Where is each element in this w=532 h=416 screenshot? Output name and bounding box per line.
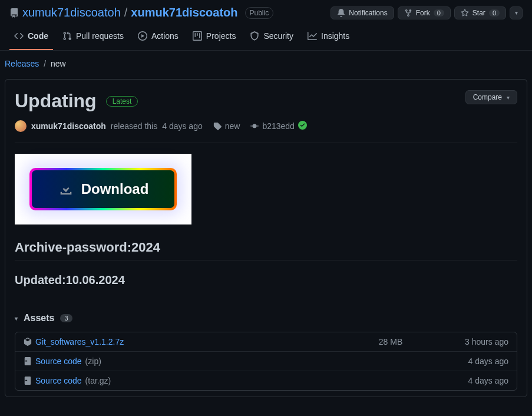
tab-security[interactable]: Security xyxy=(245,25,298,50)
release-header: Updating Latest Compare ▾ xyxy=(15,90,517,112)
star-icon xyxy=(461,9,469,17)
assets-list: Git_softwares_v1.1.2.7z 28 MB 3 hours ag… xyxy=(15,332,517,391)
asset-name: Git_softwares_v1.1.2.7z xyxy=(24,337,355,346)
tab-insights-label: Insights xyxy=(321,31,349,41)
zip-icon xyxy=(24,377,32,385)
asset-time: 4 days ago xyxy=(426,356,508,366)
zip-icon xyxy=(24,357,32,365)
notifications-button[interactable]: Notifications xyxy=(331,6,394,19)
tag-meta[interactable]: new xyxy=(213,121,240,131)
breadcrumb-separator: / xyxy=(44,59,46,68)
table-icon xyxy=(193,31,202,41)
commit-meta[interactable]: b213edd xyxy=(250,121,307,131)
updated-heading: Updated:10.06.2024 xyxy=(15,273,517,292)
breadcrumb-current: new xyxy=(51,59,66,68)
released-text: released this xyxy=(111,121,157,131)
code-icon xyxy=(14,31,24,41)
asset-link[interactable]: Source code xyxy=(35,376,82,385)
avatar[interactable] xyxy=(15,120,27,132)
latest-badge: Latest xyxy=(106,96,138,107)
tab-code-label: Code xyxy=(28,31,48,41)
assets-toggle[interactable]: ▾ Assets 3 xyxy=(15,313,517,323)
verified-icon xyxy=(298,121,307,131)
tab-pulls[interactable]: Pull requests xyxy=(58,25,128,50)
asset-row: Source code (tar.gz) 4 days ago xyxy=(15,371,517,390)
notifications-label: Notifications xyxy=(349,9,387,17)
repo-header: xumuk71discoatoh / xumuk71discoatoh Publ… xyxy=(0,0,532,25)
caret-down-icon: ▾ xyxy=(15,315,18,322)
breadcrumb-releases-link[interactable]: Releases xyxy=(5,59,39,68)
release-title: Updating xyxy=(15,90,97,112)
archive-password-heading: Archive-password:2024 xyxy=(15,240,517,260)
author-block: xumuk71discoatoh released this 4 days ag… xyxy=(15,120,203,132)
slash-divider: / xyxy=(124,6,128,19)
fork-label: Fork xyxy=(416,9,430,17)
asset-ext: (zip) xyxy=(85,356,101,366)
repo-name-link[interactable]: xumuk71discoatoh xyxy=(131,6,237,19)
tab-insights[interactable]: Insights xyxy=(303,25,354,50)
release-card: Updating Latest Compare ▾ xumuk71discoat… xyxy=(5,79,527,397)
asset-time: 3 hours ago xyxy=(426,337,508,346)
tab-projects[interactable]: Projects xyxy=(188,25,241,50)
star-count: 0 xyxy=(489,9,500,16)
fork-count: 0 xyxy=(434,9,444,16)
tag-icon xyxy=(213,122,222,130)
asset-size: 28 MB xyxy=(355,337,426,346)
tab-projects-label: Projects xyxy=(206,31,236,41)
assets-count: 3 xyxy=(60,314,72,322)
download-icon xyxy=(58,181,74,197)
asset-name: Source code (tar.gz) xyxy=(24,376,355,385)
bell-icon xyxy=(337,9,345,17)
caret-down-icon: ▾ xyxy=(515,9,518,16)
repo-owner-link[interactable]: xumuk71discoatoh xyxy=(22,6,121,19)
asset-name: Source code (zip) xyxy=(24,356,355,366)
graph-icon xyxy=(308,31,317,41)
commit-icon xyxy=(250,122,259,130)
pull-request-icon xyxy=(62,31,72,41)
asset-time: 4 days ago xyxy=(426,376,508,385)
repo-nav: Code Pull requests Actions Projects Secu… xyxy=(0,25,532,51)
asset-row: Source code (zip) 4 days ago xyxy=(15,352,517,371)
asset-row: Git_softwares_v1.1.2.7z 28 MB 3 hours ag… xyxy=(15,332,517,352)
tab-pulls-label: Pull requests xyxy=(76,31,124,41)
visibility-badge: Public xyxy=(245,7,274,19)
download-image[interactable]: Download xyxy=(15,154,191,224)
fork-button[interactable]: Fork 0 xyxy=(398,6,451,19)
repo-actions: Notifications Fork 0 Star 0 ▾ xyxy=(331,6,523,19)
released-time: 4 days ago xyxy=(162,121,203,131)
download-text: Download xyxy=(81,181,149,197)
commit-sha: b213edd xyxy=(262,121,295,131)
assets-label: Assets xyxy=(24,313,54,323)
repo-title: xumuk71discoatoh / xumuk71discoatoh Publ… xyxy=(9,6,273,19)
repo-icon xyxy=(9,8,19,18)
author-name[interactable]: xumuk71discoatoh xyxy=(31,121,106,131)
release-meta: xumuk71discoatoh released this 4 days ag… xyxy=(15,120,517,143)
play-icon xyxy=(138,31,147,41)
asset-link[interactable]: Git_softwares_v1.1.2.7z xyxy=(35,337,124,346)
star-menu-button[interactable]: ▾ xyxy=(510,6,523,19)
fork-icon xyxy=(404,9,412,17)
asset-ext: (tar.gz) xyxy=(85,376,111,385)
tab-actions[interactable]: Actions xyxy=(133,25,183,50)
tag-name: new xyxy=(225,121,240,131)
caret-down-icon: ▾ xyxy=(507,94,510,101)
package-icon xyxy=(24,338,32,346)
breadcrumb: Releases / new xyxy=(0,51,532,79)
tab-security-label: Security xyxy=(263,31,293,41)
tab-code[interactable]: Code xyxy=(9,25,53,50)
compare-button[interactable]: Compare ▾ xyxy=(465,90,517,104)
compare-label: Compare xyxy=(473,93,502,101)
star-button[interactable]: Star 0 xyxy=(454,6,506,19)
star-label: Star xyxy=(472,9,485,17)
shield-icon xyxy=(250,31,259,41)
asset-link[interactable]: Source code xyxy=(35,356,82,366)
tab-actions-label: Actions xyxy=(151,31,179,41)
release-title-row: Updating Latest xyxy=(15,90,138,112)
